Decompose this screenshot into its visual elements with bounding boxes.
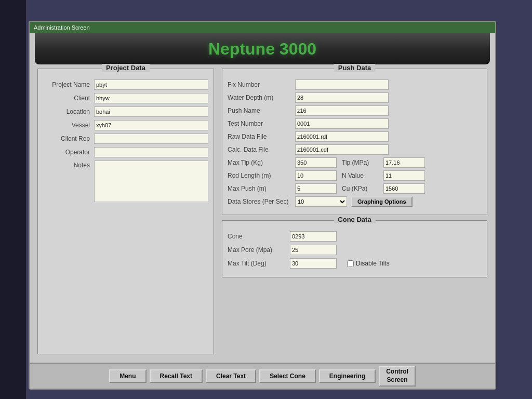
title-bar: Administration Screen: [30, 22, 495, 33]
max-push-label: Max Push (m): [228, 185, 295, 192]
max-pore-row: Max Pore (Mpa): [228, 245, 482, 255]
tip-mpa-label: Tip (MPa): [342, 159, 383, 166]
max-tip-row: Max Tip (Kg) Tip (MPa): [228, 157, 482, 168]
client-rep-label: Client Rep: [43, 135, 90, 142]
push-name-row: Push Name: [228, 105, 482, 116]
max-tilt-row: Max Tilt (Deg) Disable Tilts: [228, 258, 482, 269]
max-push-input[interactable]: [295, 183, 337, 194]
recall-text-button[interactable]: Recall Text: [150, 369, 203, 383]
test-number-row: Test Number: [228, 118, 482, 129]
header-banner: Neptune 3000: [35, 33, 490, 64]
cone-data-section: Cone Data Cone Max Pore (Mpa) Max Tilt (…: [222, 220, 487, 277]
disable-tilts-container: Disable Tilts: [347, 260, 390, 267]
raw-data-file-row: Raw Data File: [228, 131, 482, 142]
max-tilt-input[interactable]: [290, 258, 337, 269]
max-pore-label: Max Pore (Mpa): [228, 246, 290, 254]
menu-button[interactable]: Menu: [109, 369, 146, 383]
project-name-row: Project Name: [43, 79, 208, 90]
n-value-label: N Value: [342, 172, 383, 179]
fix-number-row: Fix Number: [228, 79, 482, 90]
data-stores-row: Data Stores (Per Sec) 10 5 1 2 Graphing …: [228, 196, 482, 207]
rod-length-label: Rod Length (m): [228, 172, 295, 179]
cone-row: Cone: [228, 231, 482, 242]
control-screen-button[interactable]: ControlScreen: [379, 366, 416, 386]
project-name-label: Project Name: [43, 81, 90, 88]
footer-bar: Menu Recall Text Clear Text Select Cone …: [30, 363, 495, 389]
rod-length-row: Rod Length (m) N Value: [228, 170, 482, 181]
test-number-label: Test Number: [228, 120, 295, 127]
max-tilt-label: Max Tilt (Deg): [228, 260, 290, 267]
notes-row: Notes: [43, 161, 208, 202]
select-cone-button[interactable]: Select Cone: [259, 369, 316, 383]
cu-kpa-label: Cu (KPa): [342, 185, 383, 192]
notes-textarea[interactable]: [94, 161, 208, 202]
raw-data-file-input[interactable]: [295, 131, 389, 142]
disable-tilts-label: Disable Tilts: [356, 260, 390, 267]
app-title: Neptune 3000: [208, 39, 316, 59]
calc-data-file-input[interactable]: [295, 144, 389, 155]
push-data-title: Push Data: [334, 64, 376, 72]
operator-label: Operator: [43, 149, 90, 156]
water-depth-row: Water Depth (m): [228, 92, 482, 103]
client-row: Client: [43, 93, 208, 103]
right-panel: Push Data Fix Number Water Depth (m) Pus…: [222, 69, 487, 354]
cu-kpa-input[interactable]: [383, 183, 425, 194]
max-tip-input[interactable]: [295, 157, 337, 168]
vessel-row: Vessel: [43, 120, 208, 130]
water-depth-label: Water Depth (m): [228, 94, 295, 101]
notes-label: Notes: [43, 161, 90, 169]
app-window: Administration Screen Neptune 3000 Proje…: [29, 21, 496, 390]
max-push-row: Max Push (m) Cu (KPa): [228, 183, 482, 194]
client-input[interactable]: [94, 93, 208, 103]
engineering-button[interactable]: Engineering: [319, 369, 376, 383]
max-tip-label: Max Tip (Kg): [228, 159, 295, 166]
title-bar-text: Administration Screen: [34, 24, 90, 31]
location-input[interactable]: [94, 107, 208, 117]
fix-number-input[interactable]: [295, 79, 389, 90]
client-label: Client: [43, 95, 90, 102]
push-name-input[interactable]: [295, 105, 389, 116]
cone-label: Cone: [228, 233, 290, 240]
operator-row: Operator: [43, 147, 208, 157]
tip-mpa-input[interactable]: [383, 157, 425, 168]
water-depth-input[interactable]: [295, 92, 389, 103]
data-stores-select[interactable]: 10 5 1 2: [295, 196, 347, 207]
vessel-label: Vessel: [43, 122, 90, 129]
graphing-options-button[interactable]: Graphing Options: [351, 196, 413, 207]
fix-number-label: Fix Number: [228, 81, 295, 88]
calc-data-file-label: Calc. Data File: [228, 146, 295, 153]
push-name-label: Push Name: [228, 107, 295, 114]
raw-data-file-label: Raw Data File: [228, 133, 295, 140]
project-name-input[interactable]: [94, 79, 208, 90]
client-rep-row: Client Rep: [43, 134, 208, 144]
project-data-section: Project Data Project Name Client Locatio…: [37, 69, 214, 354]
location-row: Location: [43, 107, 208, 117]
push-data-section: Push Data Fix Number Water Depth (m) Pus…: [222, 69, 487, 215]
project-data-title: Project Data: [102, 64, 150, 72]
disable-tilts-checkbox[interactable]: [347, 260, 354, 267]
calc-data-file-row: Calc. Data File: [228, 144, 482, 155]
max-pore-input[interactable]: [290, 245, 337, 255]
vessel-input[interactable]: [94, 120, 208, 130]
client-rep-input[interactable]: [94, 134, 208, 144]
test-number-input[interactable]: [295, 118, 389, 129]
cone-input[interactable]: [290, 231, 337, 242]
operator-input[interactable]: [94, 147, 208, 157]
clear-text-button[interactable]: Clear Text: [206, 369, 256, 383]
main-content: Project Data Project Name Client Locatio…: [30, 64, 495, 358]
location-label: Location: [43, 108, 90, 115]
n-value-input[interactable]: [383, 170, 425, 181]
data-stores-label: Data Stores (Per Sec): [228, 198, 295, 205]
cone-data-title: Cone Data: [334, 216, 375, 223]
rod-length-input[interactable]: [295, 170, 337, 181]
